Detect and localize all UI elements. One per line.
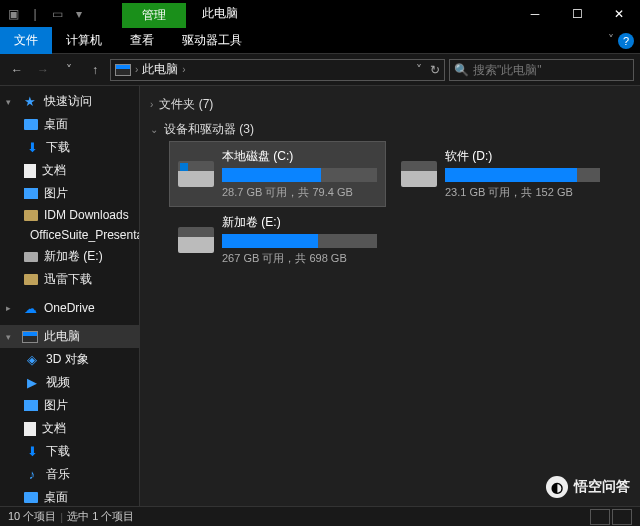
this-pc-icon [22,331,38,343]
drive-name: 本地磁盘 (C:) [222,148,377,165]
group-header-folders[interactable]: › 文件夹 (7) [150,92,630,117]
up-button[interactable]: ↑ [84,59,106,81]
breadcrumb[interactable]: 此电脑 [142,61,178,78]
sidebar-item[interactable]: 桌面 [0,113,139,136]
chevron-down-icon[interactable]: ⌄ [150,124,158,135]
address-dropdown-icon[interactable]: ˅ [416,63,422,77]
sidebar-item-label: OfficeSuite_Presentations [30,228,140,242]
ribbon-collapse-icon[interactable]: ˅ [608,33,614,49]
sidebar-item-label: 此电脑 [44,328,80,345]
search-box[interactable]: 🔍 [449,59,634,81]
status-selected-count: 选中 1 个项目 [67,509,134,524]
drive-icon [401,161,437,187]
group-label: 设备和驱动器 (3) [164,121,254,138]
ribbon-tab-drive-tools[interactable]: 驱动器工具 [168,27,256,54]
star-icon: ★ [22,94,38,110]
drive-item[interactable]: 软件 (D:)23.1 GB 可用，共 152 GB [393,142,608,206]
sidebar-item[interactable]: 迅雷下载 [0,268,139,291]
maximize-button[interactable]: ☐ [556,0,598,28]
sidebar-item[interactable]: 桌面 [0,486,139,506]
folder-icon: ▣ [4,5,22,23]
drive-name: 软件 (D:) [445,148,600,165]
sidebar-item[interactable]: ⬇下载 [0,136,139,159]
sidebar-item-label: 文档 [42,162,66,179]
sidebar-item[interactable]: 文档 [0,417,139,440]
note-icon: ♪ [24,467,40,483]
chevron-right-icon[interactable]: › [150,99,153,110]
drive-space-text: 28.7 GB 可用，共 79.4 GB [222,185,377,200]
close-button[interactable]: ✕ [598,0,640,28]
divider: | [60,511,63,523]
chevron-right-icon[interactable]: › [135,64,138,75]
status-bar: 10 个项目 | 选中 1 个项目 [0,506,640,526]
sidebar-item[interactable]: 文档 [0,159,139,182]
sidebar-item-label: 3D 对象 [46,351,89,368]
sidebar-item[interactable]: 图片 [0,182,139,205]
address-bar[interactable]: › 此电脑 › ˅ ↻ [110,59,445,81]
sidebar-item-label: 新加卷 (E:) [44,248,103,265]
chevron-down-icon[interactable]: ▾ [6,332,16,342]
drive-space-text: 267 GB 可用，共 698 GB [222,251,377,266]
sidebar-item-label: 音乐 [46,466,70,483]
vid-icon: ▶ [24,375,40,391]
refresh-icon[interactable]: ↻ [430,63,440,77]
history-dropdown-icon[interactable]: ˅ [58,59,80,81]
status-item-count: 10 个项目 [8,509,56,524]
window-title: 此电脑 [186,0,254,28]
folder-icon [24,119,38,130]
sidebar-item[interactable]: ⬇下载 [0,440,139,463]
content-pane[interactable]: › 文件夹 (7) ⌄ 设备和驱动器 (3) 本地磁盘 (C:)28.7 GB … [140,86,640,506]
chevron-right-icon[interactable]: › [182,64,185,75]
search-input[interactable] [473,63,629,77]
drive-usage-bar [222,168,377,182]
sidebar-onedrive[interactable]: ▸ ☁ OneDrive [0,297,139,319]
ribbon-tab-view[interactable]: 查看 [116,27,168,54]
help-icon[interactable]: ? [618,33,634,49]
sidebar-item[interactable]: IDM Downloads [0,205,139,225]
details-view-button[interactable] [590,509,610,525]
navigation-pane[interactable]: ▾ ★ 快速访问 桌面⬇下载文档图片IDM DownloadsOfficeSui… [0,86,140,506]
title-tab-group: 管理 此电脑 [122,0,254,28]
drive-icon [24,252,38,262]
folder-icon [24,492,38,503]
divider-icon: | [26,5,44,23]
sidebar-item-label: 文档 [42,420,66,437]
ribbon-tab-file[interactable]: 文件 [0,27,52,54]
drive-space-text: 23.1 GB 可用，共 152 GB [445,185,600,200]
sidebar-item-label: 快速访问 [44,93,92,110]
sidebar-item-label: 下载 [46,139,70,156]
sidebar-item[interactable]: 图片 [0,394,139,417]
sidebar-item-label: 桌面 [44,116,68,133]
properties-icon[interactable]: ▭ [48,5,66,23]
group-header-drives[interactable]: ⌄ 设备和驱动器 (3) [150,117,630,142]
drive-item[interactable]: 本地磁盘 (C:)28.7 GB 可用，共 79.4 GB [170,142,385,206]
sidebar-item-label: 视频 [46,374,70,391]
minimize-button[interactable]: ─ [514,0,556,28]
ribbon-tab-computer[interactable]: 计算机 [52,27,116,54]
pic-icon [24,188,38,199]
sidebar-quick-access[interactable]: ▾ ★ 快速访问 [0,90,139,113]
forward-button[interactable]: → [32,59,54,81]
sidebar-item[interactable]: ◈3D 对象 [0,348,139,371]
sidebar-item[interactable]: OfficeSuite_Presentations [0,225,139,245]
sidebar-item-label: 桌面 [44,489,68,506]
watermark-logo-icon: ◐ [546,476,568,498]
qat-dropdown-icon[interactable]: ▾ [70,5,88,23]
sidebar-item[interactable]: ♪音乐 [0,463,139,486]
window-controls: ─ ☐ ✕ [514,0,640,28]
onedrive-icon: ☁ [22,300,38,316]
drive-icon [178,161,214,187]
chevron-right-icon[interactable]: ▸ [6,303,16,313]
drive-icon [178,227,214,253]
large-icons-view-button[interactable] [612,509,632,525]
chevron-down-icon[interactable]: ▾ [6,97,16,107]
sidebar-item[interactable]: ▶视频 [0,371,139,394]
sidebar-item[interactable]: 新加卷 (E:) [0,245,139,268]
search-icon: 🔍 [454,63,469,77]
folder-icon [24,274,38,285]
pic-icon [24,400,38,411]
drive-item[interactable]: 新加卷 (E:)267 GB 可用，共 698 GB [170,208,385,272]
sidebar-this-pc[interactable]: ▾ 此电脑 [0,325,139,348]
back-button[interactable]: ← [6,59,28,81]
watermark-text: 悟空问答 [574,478,630,496]
